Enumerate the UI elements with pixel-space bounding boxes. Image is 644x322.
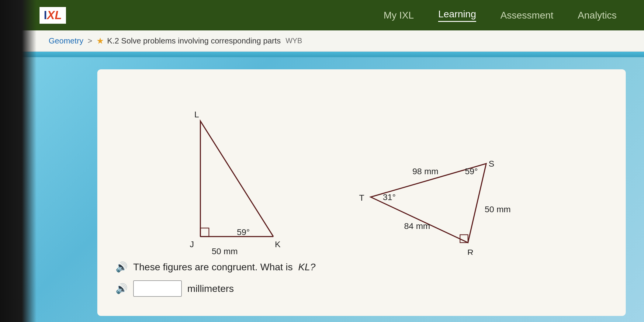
speaker-icon-2[interactable]: 🔊	[116, 282, 128, 295]
label-R: R	[467, 248, 473, 255]
logo[interactable]: I XL	[40, 7, 66, 24]
geometry-diagram: L J K 59° 50 mm	[116, 85, 608, 255]
breadcrumb-separator: >	[88, 36, 92, 46]
breadcrumb-title: K.2 Solve problems involving correspondi…	[107, 36, 281, 46]
nav-assessment[interactable]: Assessment	[500, 10, 553, 21]
answer-row: 🔊 millimeters	[116, 280, 608, 297]
question-line: 🔊 These figures are congruent. What is K…	[116, 261, 608, 273]
svg-rect-3	[460, 235, 468, 243]
angle-59-jkl: 59°	[237, 227, 250, 237]
angle-59-S: 59°	[465, 167, 478, 176]
left-edge	[0, 0, 36, 322]
svg-rect-1	[200, 228, 209, 237]
content-card: L J K 59° 50 mm	[97, 69, 626, 316]
label-S: S	[489, 159, 494, 168]
navbar: I XL My IXL Learning Assessment Analytic…	[0, 0, 644, 30]
side-TS-label: 98 mm	[412, 167, 438, 176]
nav-myixl[interactable]: My IXL	[384, 10, 414, 21]
answer-input[interactable]	[133, 280, 182, 297]
label-J: J	[190, 240, 194, 249]
triangle-tsr: T S R 31° 59° 98 mm 84 mm 50 mm	[359, 159, 511, 255]
side-SR-label: 50 mm	[485, 205, 511, 214]
triangle-jkl: L J K 59° 50 mm	[190, 110, 281, 255]
question-text-main: These figures are congruent. What is	[133, 261, 293, 273]
breadcrumb-code: WYB	[286, 36, 302, 45]
breadcrumb-star-icon: ★	[96, 36, 104, 46]
main-content: L J K 59° 50 mm	[0, 57, 644, 322]
speaker-icon-1[interactable]: 🔊	[116, 261, 128, 273]
logo-i: I	[44, 9, 47, 22]
nav-learning[interactable]: Learning	[438, 9, 476, 22]
side-JK-label: 50 mm	[212, 247, 238, 255]
angle-31-T: 31°	[383, 192, 396, 202]
nav-links: My IXL Learning Assessment Analytics	[384, 9, 617, 22]
question-area: 🔊 These figures are congruent. What is K…	[116, 261, 608, 297]
label-L: L	[194, 110, 199, 119]
blue-stripe	[0, 52, 644, 57]
side-TR-label: 84 mm	[404, 221, 430, 231]
breadcrumb: Geometry > ★ K.2 Solve problems involvin…	[0, 30, 644, 52]
nav-analytics[interactable]: Analytics	[578, 10, 617, 21]
label-K: K	[275, 240, 281, 249]
unit-label: millimeters	[187, 283, 234, 294]
logo-xl: XL	[47, 9, 62, 22]
breadcrumb-geometry[interactable]: Geometry	[49, 36, 83, 46]
diagram-area: L J K 59° 50 mm	[116, 85, 608, 255]
label-T: T	[359, 193, 364, 203]
question-kl: KL?	[298, 261, 316, 273]
